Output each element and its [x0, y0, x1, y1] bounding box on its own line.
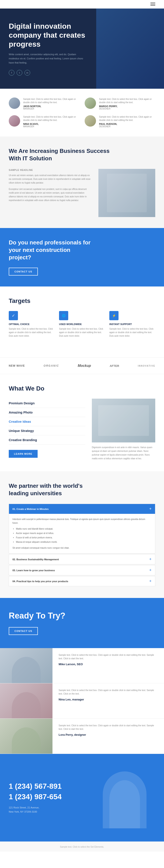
target-card: ⚡ INSTANT SUPPORT Sample text. Click to … [109, 311, 155, 338]
targets-grid: ✓ OPTIMAL CHOICE Sample text. Click to s… [9, 311, 155, 338]
staff-name: Mike Larson, SEO [58, 662, 158, 666]
staff-member: Sample text. Click to select the text bo… [0, 648, 164, 683]
facebook-icon[interactable]: f [9, 70, 14, 75]
accordion-item-open: 01. Create a Webinar in Minutes + Interd… [9, 504, 155, 554]
cta-section: Do you need professionals for your next … [0, 228, 164, 286]
phone-image [94, 767, 155, 828]
target-desc: Sample text. Click to select the text bo… [109, 327, 155, 338]
staff-name: Lora Perry, designer [58, 733, 158, 736]
accordion-body-text: Interdum velit suscipit in pellentesque … [12, 517, 152, 525]
avatar [9, 97, 20, 109]
phone-number-1: 1 (234) 567-891 [9, 782, 87, 791]
what-desc: Dignissim suspendisse in est ante in nib… [92, 445, 155, 460]
business-image [98, 169, 155, 217]
hero-title: Digital innovation company that creates … [9, 22, 100, 49]
hamburger-menu[interactable] [151, 3, 155, 6]
accordion-plus-icon: + [149, 568, 152, 572]
member-name: NINA SCAVO, [23, 123, 79, 125]
learn-more-button[interactable]: LEARN MORE [9, 450, 38, 458]
target-icon: ⚡ [109, 311, 119, 320]
member-name: MARGO PERRY, [99, 105, 155, 107]
target-desc: Sample text. Click to select the text bo… [59, 327, 105, 338]
ready-contact-button[interactable]: CONTACT US [9, 627, 38, 635]
what-we-do-image-area: Dignissim suspendisse in est ante in nib… [92, 399, 155, 460]
hero-section: Digital innovation company that creates … [0, 8, 164, 89]
team-grid: Sample text. Click to select the text bo… [9, 97, 155, 128]
what-list-item[interactable]: Amazing Photo [9, 408, 85, 417]
what-list-item[interactable]: Premium Design [9, 399, 85, 408]
brand-item: ORGANIC [43, 364, 59, 367]
cta-title: Do you need professionals for your next … [9, 239, 92, 261]
staff-member: Sample text. Click to select the text bo… [0, 719, 164, 754]
what-we-do-title: What We Do [9, 385, 155, 392]
member-desc: Sample text. Click to select the text bo… [99, 97, 155, 104]
targets-section: Targets ✓ OPTIMAL CHOICE Sample text. Cl… [0, 286, 164, 358]
target-card: 🌐 USED WORLDWIDE Sample text. Click to s… [59, 311, 105, 338]
accordion-title: 02. Business Sustainability Management [12, 558, 59, 561]
ready-title: Ready To Try? [9, 611, 155, 620]
accordion-item-collapsed: 02. Business Sustainability Management + [9, 554, 155, 564]
footer: Sample text. Click to select the Set Ele… [0, 841, 164, 851]
list-item: Fusce id velit ut tortor pretium viverra… [16, 536, 152, 539]
avatar [85, 97, 96, 109]
member-role: MANAGER [23, 107, 79, 110]
phone-number-2: 1 (234) 987-654 [9, 792, 87, 801]
business-section: We Are Increasing Business Success With … [0, 136, 164, 228]
accordion-plus-icon: + [149, 579, 152, 584]
staff-name: Nina Leo, manager [58, 698, 158, 701]
what-list-item[interactable]: Creative Branding [9, 435, 85, 445]
accordion-header[interactable]: 02. Business Sustainability Management + [9, 554, 155, 564]
brand-item: INNOVATIVE [138, 365, 155, 367]
accordion: 01. Create a Webinar in Minutes + Interd… [9, 504, 155, 586]
accordion-plus-icon: + [149, 557, 152, 562]
cta-contact-button[interactable]: CONTACT US [9, 268, 38, 276]
business-title: We Are Increasing Business Success With … [9, 147, 118, 162]
target-desc: Sample text. Click to select the text bo… [9, 327, 55, 338]
staff-desc: Sample text. Click to select the text bo… [58, 689, 158, 695]
team-section: Sample text. Click to select the text bo… [0, 89, 164, 136]
brands-section: NEW WAVE ORGANIC Mockup After INNOVATIVE [0, 358, 164, 374]
staff-photo [0, 648, 52, 683]
accordion-header[interactable]: 04. Practical tips to help you price you… [9, 576, 155, 586]
twitter-icon[interactable]: t [16, 70, 22, 75]
what-list-item-active[interactable]: Creative Ideas [9, 417, 85, 426]
accordion-minus-icon: + [149, 506, 152, 511]
member-desc: Sample text. Click to select the text bo… [23, 97, 79, 104]
member-role: DESIGNER [99, 125, 155, 128]
sample-headline: SAMPLE HEADLINE [9, 169, 92, 171]
linkedin-icon[interactable]: in [25, 70, 30, 75]
universities-title: We partner with the world's leading univ… [9, 482, 100, 497]
target-title: OPTIMAL CHOICE [9, 323, 55, 326]
phone-address-line2: New York, NY 37209-3100 [9, 810, 87, 814]
team-member: Sample text. Click to select the text bo… [9, 115, 79, 128]
target-title: USED WORLDWIDE [59, 323, 105, 326]
accordion-title: 01. Create a Webinar in Minutes [12, 508, 48, 510]
accordion-header[interactable]: 01. Create a Webinar in Minutes + [9, 504, 155, 514]
hero-description: Write content amet, consectetur adipisci… [9, 52, 83, 65]
phone-info: 1 (234) 567-891 1 (234) 987-654 121 Rock… [9, 782, 87, 814]
accordion-title: 04. Practical tips to help you price you… [12, 580, 68, 583]
ready-section: Ready To Try? CONTACT US [0, 598, 164, 648]
accordion-body: Interdum velit suscipit in pellentesque … [9, 514, 155, 553]
target-card: ✓ OPTIMAL CHOICE Sample text. Click to s… [9, 311, 55, 338]
target-icon: ✓ [9, 311, 18, 320]
accordion-list: Mattis nunc sed blandit libero volutpat.… [12, 527, 152, 544]
targets-title: Targets [9, 298, 155, 305]
accordion-footer-text: Sit amet volutpat consequat mauris nunc … [12, 546, 152, 550]
staff-desc: Sample text. Click to select the text bo… [58, 724, 158, 731]
staff-photo [0, 683, 52, 718]
list-item: Massa id neque aliquam vestibulum morbi. [16, 540, 152, 544]
team-member: Sample text. Click to select the text bo… [85, 115, 155, 128]
staff-desc: Sample text. Click to select the text bo… [58, 653, 158, 660]
avatar [85, 115, 96, 127]
accordion-header[interactable]: 03. Learn how to grow your business + [9, 565, 155, 575]
what-list-item[interactable]: Unique Strategy [9, 426, 85, 435]
universities-section: We partner with the world's leading univ… [0, 471, 164, 598]
what-image [92, 399, 155, 442]
brand-item: Mockup [78, 364, 91, 368]
staff-photo [0, 719, 52, 754]
list-item: Auctor augue mauris augue at et tellus. [16, 531, 152, 535]
social-links: f t in [9, 70, 100, 75]
brand-item: NEW WAVE [9, 364, 25, 367]
footer-text: Sample text. Click to select the Set Ele… [60, 846, 104, 848]
